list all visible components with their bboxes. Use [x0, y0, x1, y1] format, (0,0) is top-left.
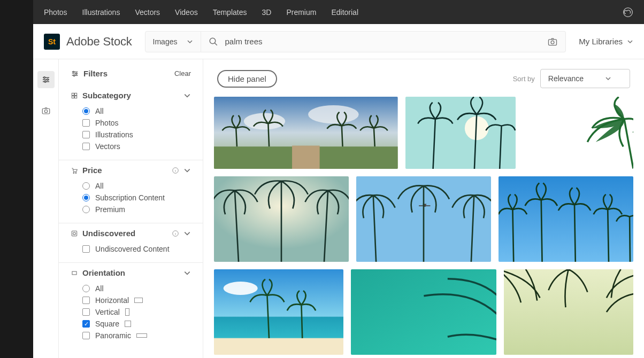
section-title: Price: [82, 166, 167, 175]
topnav-illustrations[interactable]: Illustrations: [82, 8, 120, 17]
svg-point-16: [73, 172, 74, 173]
visual-search-rail-button[interactable]: [37, 102, 55, 119]
orientation-option-square[interactable]: Square: [82, 318, 191, 330]
checkbox-icon: [82, 297, 90, 304]
brand-title: Adobe Stock: [66, 35, 132, 49]
undiscovered-option-content[interactable]: Undiscovered Content: [82, 243, 191, 255]
radio-icon: [82, 182, 90, 190]
section-header-price[interactable]: Price: [71, 166, 191, 175]
svg-rect-14: [72, 96, 74, 98]
info-icon[interactable]: [172, 230, 179, 237]
chevron-down-icon: [605, 75, 611, 82]
radio-icon: [82, 194, 90, 201]
svg-point-5: [47, 79, 48, 81]
panoramic-glyph-icon: [136, 333, 147, 338]
orientation-option-horizontal[interactable]: Horizontal: [82, 294, 191, 306]
header-bar: St Adobe Stock Images My Libraries: [33, 24, 644, 59]
clear-filters-link[interactable]: Clear: [174, 69, 191, 77]
result-thumbnail[interactable]: [499, 176, 633, 262]
result-thumbnail[interactable]: [214, 269, 343, 355]
camera-icon[interactable]: [547, 36, 558, 47]
my-libraries-menu[interactable]: My Libraries: [579, 37, 633, 46]
chevron-down-icon: [183, 92, 191, 99]
orientation-option-vertical[interactable]: Vertical: [82, 306, 191, 318]
topnav-editorial[interactable]: Editorial: [331, 8, 358, 17]
svg-rect-19: [72, 231, 76, 236]
orientation-option-panoramic[interactable]: Panoramic: [82, 330, 191, 341]
topnav-photos[interactable]: Photos: [44, 8, 67, 17]
topnav-3d[interactable]: 3D: [262, 8, 271, 17]
search-box: [201, 31, 566, 52]
sliders-icon: [41, 75, 51, 84]
svg-rect-13: [75, 93, 77, 95]
result-thumbnail[interactable]: [351, 269, 497, 355]
checkbox-icon: [82, 245, 90, 253]
asset-type-select[interactable]: Images: [145, 31, 202, 52]
section-title: Undiscovered: [82, 229, 167, 238]
svg-point-10: [75, 73, 77, 74]
result-thumbnail[interactable]: [214, 176, 349, 262]
chevron-down-icon: [183, 230, 191, 237]
svg-point-9: [73, 71, 74, 73]
topnav-videos[interactable]: Videos: [175, 8, 198, 17]
asset-type-value: Images: [153, 37, 178, 46]
left-rail: [33, 59, 59, 358]
info-icon[interactable]: [172, 167, 179, 174]
svg-rect-28: [405, 97, 516, 169]
discover-icon: [71, 230, 78, 237]
subcategory-option-vectors[interactable]: Vectors: [82, 141, 191, 152]
checkbox-icon: [82, 308, 90, 316]
result-thumbnail[interactable]: [504, 269, 633, 355]
result-thumbnail[interactable]: [356, 176, 491, 262]
subcategory-option-illustrations[interactable]: Illustrations: [82, 129, 191, 141]
svg-point-0: [624, 7, 633, 17]
sort-select[interactable]: Relevance: [540, 69, 630, 88]
grid-icon: [71, 92, 78, 99]
filter-section-orientation: Orientation All Horizontal Vertical Squa…: [59, 263, 203, 349]
section-header-orientation[interactable]: Orientation: [71, 268, 191, 277]
creative-cloud-icon[interactable]: [623, 7, 633, 18]
section-title: Orientation: [82, 268, 179, 277]
svg-rect-12: [72, 93, 74, 95]
svg-rect-22: [72, 271, 76, 275]
price-option-all[interactable]: All: [82, 180, 191, 192]
chevron-down-icon: [183, 269, 191, 277]
search-input[interactable]: [225, 37, 541, 46]
svg-point-24: [244, 113, 285, 130]
search-icon: [209, 37, 218, 46]
hide-panel-button[interactable]: Hide panel: [217, 70, 277, 88]
checkbox-icon: [82, 131, 90, 138]
filters-rail-button[interactable]: [37, 71, 55, 88]
svg-point-8: [44, 110, 47, 113]
filters-panel: Filters Clear Subcategory All Photos Ill…: [59, 59, 203, 358]
svg-point-35: [224, 282, 258, 295]
horizontal-glyph-icon: [134, 298, 143, 303]
price-option-premium[interactable]: Premium: [82, 204, 191, 215]
svg-point-3: [551, 41, 554, 44]
section-header-undiscovered[interactable]: Undiscovered: [71, 229, 191, 238]
checkbox-icon: [82, 119, 90, 127]
filter-section-price: Price All Subscription Content Premium: [59, 160, 203, 223]
subcategory-option-all[interactable]: All: [82, 105, 191, 117]
results-area: Hide panel Sort by Relevance: [203, 59, 644, 358]
results-gallery[interactable]: [203, 94, 644, 358]
svg-rect-7: [42, 108, 50, 114]
subcategory-option-photos[interactable]: Photos: [82, 117, 191, 129]
topnav-vectors[interactable]: Vectors: [135, 8, 160, 17]
result-thumbnail[interactable]: [405, 97, 516, 169]
sliders-icon: [71, 69, 79, 78]
price-option-subscription[interactable]: Subscription Content: [82, 192, 191, 204]
svg-rect-15: [75, 96, 77, 98]
svg-point-11: [73, 75, 75, 76]
result-thumbnail[interactable]: [523, 97, 633, 169]
result-thumbnail[interactable]: [214, 97, 398, 169]
svg-point-25: [308, 105, 359, 123]
cart-icon: [71, 167, 78, 174]
section-header-subcategory[interactable]: Subcategory: [71, 91, 191, 100]
chevron-down-icon: [183, 167, 191, 174]
topnav-premium[interactable]: Premium: [286, 8, 316, 17]
section-title: Subcategory: [82, 91, 179, 100]
topnav-templates[interactable]: Templates: [213, 8, 247, 17]
orientation-option-all[interactable]: All: [82, 283, 191, 294]
svg-rect-34: [214, 269, 343, 355]
